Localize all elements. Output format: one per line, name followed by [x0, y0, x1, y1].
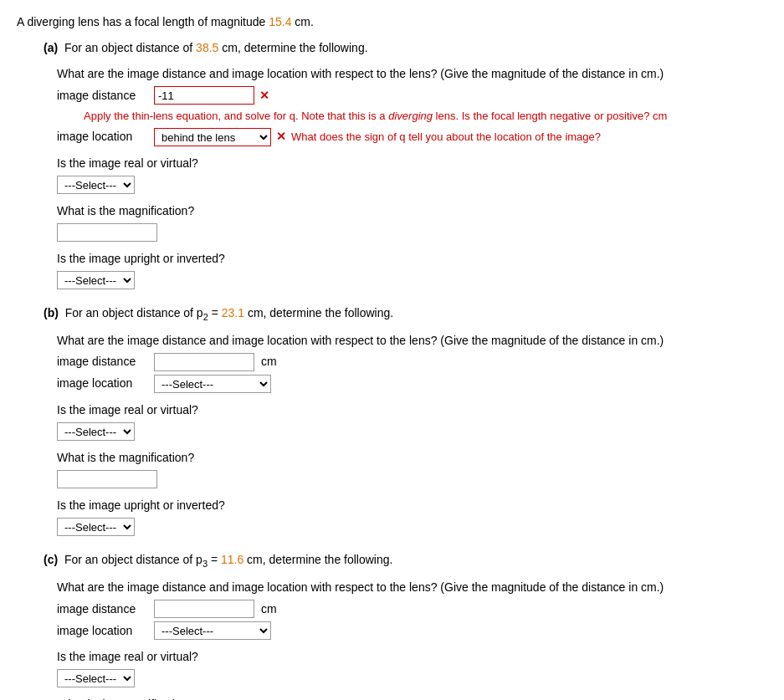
part-b-image-question: What are the image distance and image lo… [57, 332, 767, 350]
part-a-header: (a) For an object distance of 38.5 cm, d… [44, 39, 767, 57]
part-a-upright-row: ---Select--- upright inverted [57, 271, 767, 289]
part-c-image-distance-label: image distance [57, 600, 149, 618]
part-b: (b) For an object distance of p2 = 23.1 … [17, 304, 767, 536]
part-b-upright-label: Is the image upright or inverted? [57, 497, 767, 514]
part-b-image-location-label: image location [57, 375, 149, 392]
part-c-image-question: What are the image distance and image lo… [57, 579, 767, 596]
part-c-real-virtual-label: Is the image real or virtual? [57, 648, 767, 666]
part-a-real-virtual-select[interactable]: ---Select--- real virtual [57, 176, 135, 194]
part-a-magnification-row [57, 223, 767, 242]
part-a-image-distance-row: image distance ✕ [57, 86, 767, 105]
part-b-magnification-input[interactable] [57, 470, 157, 488]
part-a-image-distance-label: image distance [57, 87, 149, 105]
part-b-upright-select[interactable]: ---Select--- upright inverted [57, 518, 135, 536]
part-c-distance: 11.6 [221, 553, 243, 566]
part-a-upright-select[interactable]: ---Select--- upright inverted [57, 271, 135, 289]
part-a-magnification-label: What is the magnification? [57, 202, 767, 220]
part-b-magnification-label: What is the magnification? [57, 449, 767, 467]
focal-length: 15.4 [269, 15, 291, 28]
part-a-image-location-error-icon: ✕ [276, 128, 286, 146]
part-b-image-location-row: image location ---Select--- in front of … [57, 375, 767, 393]
part-a-upright-label: Is the image upright or inverted? [57, 250, 767, 268]
intro-text: A diverging lens has a focal length of m… [17, 13, 767, 31]
part-a-image-location-select[interactable]: in front of the lens behind the lens at … [154, 128, 271, 146]
part-b-magnification-row [57, 470, 767, 488]
part-b-header: (b) For an object distance of p2 = 23.1 … [44, 304, 767, 324]
part-c-real-virtual-select[interactable]: ---Select--- real virtual [57, 669, 135, 687]
part-a-real-virtual-label: Is the image real or virtual? [57, 155, 767, 172]
part-b-cm-unit: cm [261, 353, 277, 370]
part-a-image-distance-error-icon: ✕ [259, 87, 269, 105]
part-a-image-distance-input[interactable] [154, 86, 254, 105]
part-a-image-distance-hint: Apply the thin-lens equation, and solve … [84, 108, 767, 125]
part-a-image-question: What are the image distance and image lo… [57, 65, 767, 83]
part-b-image-distance-label: image distance [57, 353, 149, 370]
part-c-header: (c) For an object distance of p3 = 11.6 … [44, 551, 767, 570]
part-b-real-virtual-select[interactable]: ---Select--- real virtual [57, 422, 135, 441]
part-a-magnification-input[interactable] [57, 223, 157, 242]
part-c-image-distance-row: image distance cm [57, 600, 767, 618]
part-a-content: What are the image distance and image lo… [57, 65, 767, 289]
part-c-real-virtual-row: ---Select--- real virtual [57, 669, 767, 687]
part-c-image-location-row: image location ---Select--- in front of … [57, 621, 767, 640]
part-c-magnification-label: What is the magnification? [57, 696, 767, 700]
part-c-cm-unit: cm [261, 600, 277, 618]
part-a-image-location-row: image location in front of the lens behi… [57, 128, 767, 146]
part-c-content: What are the image distance and image lo… [57, 579, 767, 700]
hint-italic-diverging: diverging [388, 110, 433, 122]
part-a-real-virtual-row: ---Select--- real virtual [57, 176, 767, 194]
part-b-real-virtual-label: Is the image real or virtual? [57, 401, 767, 419]
part-b-image-location-select[interactable]: ---Select--- in front of the lens behind… [154, 375, 271, 393]
part-a-distance: 38.5 [196, 41, 218, 54]
part-b-image-distance-input[interactable] [154, 353, 254, 371]
part-a: (a) For an object distance of 38.5 cm, d… [17, 39, 767, 289]
part-b-upright-row: ---Select--- upright inverted [57, 518, 767, 536]
part-c-image-distance-input[interactable] [154, 600, 254, 618]
part-c-image-location-label: image location [57, 622, 149, 640]
part-c-image-location-select[interactable]: ---Select--- in front of the lens behind… [154, 621, 271, 640]
part-c: (c) For an object distance of p3 = 11.6 … [17, 551, 767, 700]
part-a-image-location-label: image location [57, 128, 149, 146]
part-a-image-location-hint: What does the sign of q tell you about t… [291, 129, 601, 146]
part-b-distance: 23.1 [222, 306, 244, 319]
part-b-real-virtual-row: ---Select--- real virtual [57, 422, 767, 441]
part-b-content: What are the image distance and image lo… [57, 332, 767, 536]
part-b-image-distance-row: image distance cm [57, 353, 767, 371]
